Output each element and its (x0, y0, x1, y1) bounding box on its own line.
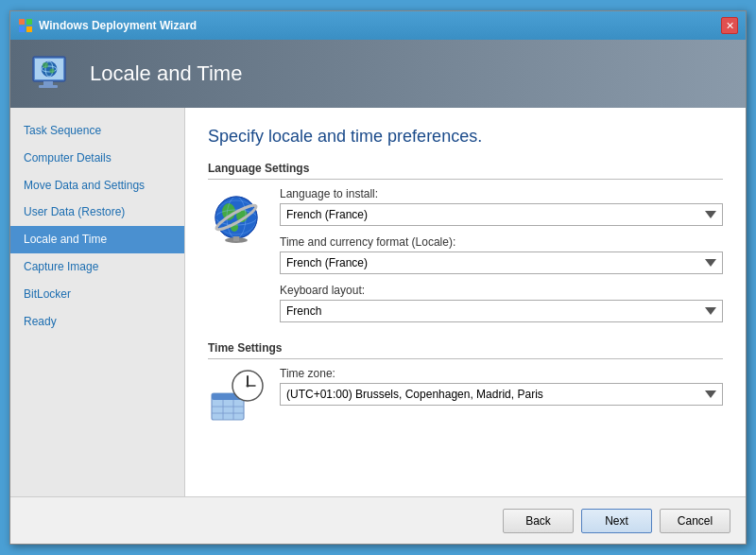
language-field-group: Language to install: French (France) Eng… (280, 187, 723, 226)
svg-rect-7 (39, 85, 58, 88)
window-title: Windows Deployment Wizard (39, 19, 197, 32)
svg-point-12 (50, 69, 55, 74)
timezone-label: Time zone: (280, 367, 723, 380)
time-section-header: Time Settings (208, 341, 723, 359)
titlebar: Windows Deployment Wizard ✕ (10, 11, 746, 40)
clock-calendar-icon (208, 367, 265, 424)
timezone-select[interactable]: (UTC+01:00) Brussels, Copenhagen, Madrid… (280, 383, 723, 406)
sidebar: Task Sequence Computer Details Move Data… (10, 108, 185, 496)
main-panel: Specify locale and time preferences. Lan… (185, 108, 746, 496)
page-title: Specify locale and time preferences. (208, 127, 723, 147)
sidebar-item-computer-details[interactable]: Computer Details (10, 145, 184, 172)
keyboard-select[interactable]: French English (US) German Spanish (280, 300, 723, 322)
keyboard-field-group: Keyboard layout: French English (US) Ger… (280, 284, 723, 322)
close-button[interactable]: ✕ (721, 17, 738, 34)
svg-point-11 (43, 62, 48, 68)
sidebar-item-bitlocker[interactable]: BitLocker (10, 281, 184, 308)
svg-rect-22 (233, 236, 239, 241)
currency-select[interactable]: French (France) English (United States) … (280, 251, 723, 274)
footer: Back Next Cancel (10, 496, 746, 544)
sidebar-item-task-sequence[interactable]: Task Sequence (10, 117, 184, 145)
next-button[interactable]: Next (581, 509, 652, 533)
language-select[interactable]: French (France) English (United States) … (280, 203, 723, 226)
sidebar-item-locale-time[interactable]: Locale and Time (10, 226, 184, 253)
time-section-content: Time zone: (UTC+01:00) Brussels, Copenha… (208, 367, 723, 424)
language-fields: Language to install: French (France) Eng… (280, 187, 723, 322)
wizard-window: Windows Deployment Wizard ✕ Locale and T… (9, 10, 747, 545)
svg-rect-1 (26, 19, 32, 25)
sidebar-item-move-data[interactable]: Move Data and Settings (10, 172, 184, 199)
header-banner: Locale and Time (10, 40, 746, 108)
globe-icon (208, 187, 265, 244)
language-section-header: Language Settings (208, 162, 723, 180)
header-title: Locale and Time (90, 61, 242, 86)
keyboard-label: Keyboard layout: (280, 284, 723, 297)
back-button[interactable]: Back (503, 509, 574, 533)
sidebar-item-ready[interactable]: Ready (10, 308, 184, 336)
currency-label: Time and currency format (Locale): (280, 235, 723, 249)
language-label: Language to install: (280, 187, 723, 200)
currency-field-group: Time and currency format (Locale): Frenc… (280, 235, 723, 274)
language-section-content: Language to install: French (France) Eng… (208, 187, 723, 322)
svg-rect-3 (26, 26, 32, 32)
sidebar-item-capture-image[interactable]: Capture Image (10, 253, 184, 281)
titlebar-left: Windows Deployment Wizard (18, 18, 197, 33)
header-locale-icon (29, 51, 75, 96)
cancel-button[interactable]: Cancel (660, 509, 730, 533)
app-icon (18, 18, 33, 33)
time-fields: Time zone: (UTC+01:00) Brussels, Copenha… (280, 367, 723, 406)
svg-rect-0 (19, 19, 25, 25)
sidebar-item-user-data[interactable]: User Data (Restore) (10, 199, 184, 226)
svg-rect-2 (19, 26, 25, 32)
content-area: Task Sequence Computer Details Move Data… (10, 108, 746, 496)
timezone-field-group: Time zone: (UTC+01:00) Brussels, Copenha… (280, 367, 723, 406)
